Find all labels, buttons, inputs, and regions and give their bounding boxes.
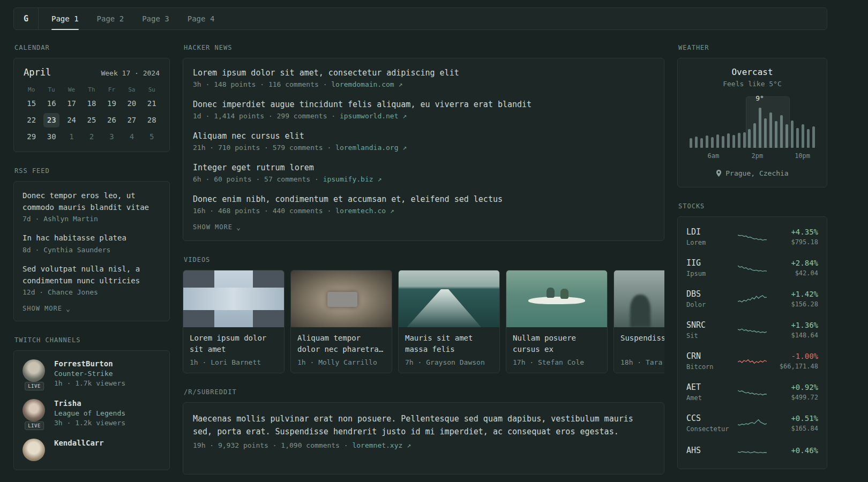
calendar-date: 20: [124, 95, 139, 112]
stock-row[interactable]: DBS Dolor +1.42% $156.28: [686, 283, 818, 314]
stock-row[interactable]: AET Amet +0.92% $499.72: [686, 376, 818, 408]
tab-page-1[interactable]: Page 1: [51, 8, 79, 29]
video-card[interactable]: Suspendisse diam 18h · Tara: [613, 270, 664, 373]
hn-item-title[interactable]: Lorem ipsum dolor sit amet, consectetur …: [193, 68, 654, 78]
channel-game[interactable]: Counter-Strike: [54, 370, 125, 378]
avatar: [23, 399, 45, 421]
video-thumbnail[interactable]: [614, 270, 664, 327]
video-card[interactable]: Nullam posuere cursus ex 17h · Stefan Co…: [506, 270, 608, 373]
twitch-channel[interactable]: LIVE Trisha League of Legends 3h · 1.2k …: [23, 399, 161, 427]
stock-info: IIG Ipsum: [686, 258, 734, 277]
video-title[interactable]: Lorem ipsum dolor sit amet consectetu…: [183, 327, 284, 355]
reddit-post-title[interactable]: Maecenas mollis pulvinar erat non posuer…: [193, 412, 654, 438]
stock-row[interactable]: AHS +0.46%: [686, 439, 818, 464]
channel-name[interactable]: ForrestBurton: [54, 359, 125, 368]
stock-row[interactable]: CCS Consectetur +0.51% $165.84: [686, 408, 818, 439]
weekday-label: Mo: [21, 86, 41, 93]
video-card[interactable]: Mauris sit amet massa felis 7h · Grayson…: [398, 270, 500, 373]
video-thumbnail[interactable]: [399, 270, 499, 327]
live-badge: LIVE: [25, 421, 44, 430]
weather-feels-like: Feels like 5°C: [686, 80, 818, 88]
weather-bar: [791, 120, 794, 148]
stock-values: +1.36% $148.64: [771, 321, 818, 339]
stock-price: $42.04: [771, 269, 818, 277]
video-title[interactable]: Suspendisse diam: [614, 327, 664, 355]
weather-bar: [716, 134, 719, 148]
channel-meta: 1h · 1.7k viewers: [54, 379, 125, 387]
hn-item-title[interactable]: Donec enim nibh, condimentum et accumsan…: [193, 194, 654, 204]
rss-item-title[interactable]: Sed volutpat nulla nisl, a condimentum n…: [23, 263, 161, 287]
hn-domain-link[interactable]: ipsumworld.net: [340, 112, 399, 120]
tab-page-2[interactable]: Page 2: [97, 8, 124, 29]
video-thumbnail[interactable]: [183, 270, 284, 327]
video-card[interactable]: Aliquam tempor dolor nec pharetra… 1h · …: [290, 270, 392, 373]
calendar-date: 27: [124, 112, 139, 129]
twitch-channel[interactable]: LIVE ForrestBurton Counter-Strike 1h · 1…: [23, 359, 161, 387]
weather-bar: [706, 135, 708, 148]
stock-price: $148.64: [771, 332, 818, 339]
stock-row[interactable]: SNRC Sit +1.36% $148.64: [686, 314, 818, 345]
time-label: 10pm: [795, 152, 810, 160]
subreddit-section-title: /R/SUBREDDIT: [184, 388, 664, 396]
video-title[interactable]: Mauris sit amet massa felis: [399, 327, 499, 355]
stock-symbol: AHS: [686, 446, 734, 455]
stock-values: +1.42% $156.28: [771, 290, 818, 308]
external-link-icon: ↗: [402, 144, 407, 152]
hn-meta-text: 1d · 1,414 points · 299 comments ·: [193, 112, 340, 120]
calendar-date: 30: [43, 129, 59, 145]
show-more-label: SHOW MORE: [193, 223, 233, 231]
twitch-channel[interactable]: KendallCarr: [23, 439, 161, 461]
weather-condition: Overcast: [686, 67, 818, 77]
stock-symbol: SNRC: [686, 320, 734, 330]
tab-page-3[interactable]: Page 3: [142, 8, 169, 29]
rss-item-title[interactable]: In hac habitasse platea: [23, 232, 161, 244]
weather-bar: [722, 136, 724, 148]
stock-sparkline: [738, 292, 767, 306]
stock-row[interactable]: CRN Bitcorn -1.00% $66,171.48: [686, 345, 818, 376]
video-title[interactable]: Aliquam tempor dolor nec pharetra…: [291, 327, 392, 355]
stock-info: CCS Consectetur: [686, 413, 734, 433]
stocks-widget: STOCKS LDI Lorem +4.35% $795.18: [677, 202, 827, 469]
tab-page-4[interactable]: Page 4: [188, 8, 215, 29]
hn-item-title[interactable]: Donec imperdiet augue tincidunt felis al…: [193, 100, 654, 109]
calendar-date: 4: [124, 129, 139, 145]
channel-info: KendallCarr: [54, 439, 104, 461]
stock-name: Bitcorn: [686, 363, 734, 371]
hn-item-title[interactable]: Aliquam nec cursus elit: [193, 131, 654, 141]
hn-item-title[interactable]: Integer eget rutrum lorem: [193, 163, 654, 172]
hn-item-meta: 1d · 1,414 points · 299 comments · ipsum…: [193, 112, 654, 120]
videos-section-title: VIDEOS: [184, 256, 664, 263]
calendar-dates-grid: 15 16 17 18 19 20 21 22 23 24 25 26 27 2…: [21, 95, 162, 145]
channel-game[interactable]: League of Legends: [54, 409, 125, 417]
calendar-card: April Week 17 · 2024 Mo Tu We Th Fr Sa S…: [13, 58, 170, 152]
stock-values: +0.46%: [771, 446, 818, 457]
hn-item: Donec imperdiet augue tincidunt felis al…: [193, 100, 654, 120]
hn-domain-link[interactable]: ipsumify.biz: [323, 175, 373, 183]
calendar-date: 29: [24, 129, 39, 145]
reddit-domain-link[interactable]: loremnet.xyz: [352, 441, 402, 449]
rss-item-title[interactable]: Donec tempor eros leo, ut commodo mauris…: [23, 190, 161, 213]
hn-domain-link[interactable]: loremdomain.com: [331, 80, 394, 88]
hn-item: Lorem ipsum dolor sit amet, consectetur …: [193, 68, 654, 88]
stock-change: +1.36%: [771, 321, 818, 329]
weather-bar: [727, 133, 730, 148]
hn-domain-link[interactable]: loremlandia.org: [335, 144, 398, 152]
hn-show-more-button[interactable]: SHOW MORE ⌄: [193, 223, 241, 231]
stock-row[interactable]: LDI Lorem +4.35% $795.18: [686, 221, 818, 252]
rss-show-more-button[interactable]: SHOW MORE ⌄: [23, 305, 71, 312]
video-card[interactable]: Lorem ipsum dolor sit amet consectetu… 1…: [183, 270, 285, 373]
time-label: 6am: [708, 152, 720, 160]
channel-name[interactable]: KendallCarr: [54, 439, 104, 447]
video-thumbnail[interactable]: [506, 270, 607, 327]
weather-widget: WEATHER Overcast Feels like 5°C 9° 6am 2…: [677, 44, 827, 187]
weather-chart: 9°: [690, 99, 815, 148]
stock-row[interactable]: IIG Ipsum +2.84% $42.04: [686, 252, 818, 283]
right-column: WEATHER Overcast Feels like 5°C 9° 6am 2…: [677, 44, 827, 482]
weekday-label: Tu: [41, 86, 61, 93]
channel-name[interactable]: Trisha: [54, 399, 125, 408]
video-title[interactable]: Nullam posuere cursus ex: [506, 327, 607, 355]
hn-domain-link[interactable]: loremtech.co: [335, 207, 386, 215]
video-thumbnail[interactable]: [291, 270, 392, 327]
daylight-band: [746, 96, 790, 148]
stock-change: +0.92%: [771, 383, 818, 391]
